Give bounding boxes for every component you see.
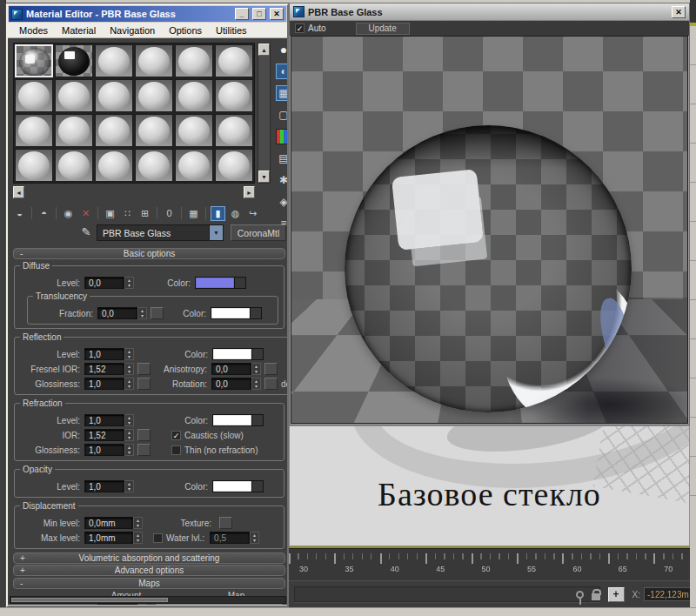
menu-modes[interactable]: Modes <box>13 24 54 37</box>
scroll-left-icon[interactable]: ◄ <box>13 186 24 198</box>
sample-slot[interactable] <box>95 44 133 77</box>
spinner[interactable]: ▴▾ <box>124 429 134 441</box>
spinner[interactable]: ▴▾ <box>124 444 134 456</box>
video-color-check-icon[interactable]: ▥ <box>276 129 288 144</box>
select-by-material-icon[interactable]: ◈ <box>276 194 288 210</box>
background-icon[interactable]: ▦ <box>276 85 288 101</box>
reflection-color-swatch[interactable] <box>212 348 252 360</box>
dropdown-arrow-icon[interactable]: ▼ <box>209 225 223 240</box>
maximize-button[interactable]: □ <box>252 8 266 20</box>
sample-slot[interactable] <box>55 79 93 112</box>
sample-slot[interactable] <box>55 44 93 77</box>
spinner[interactable]: ▴▾ <box>124 414 134 426</box>
refraction-color-swatch[interactable] <box>212 414 252 426</box>
sample-slot[interactable] <box>95 79 133 112</box>
spinner[interactable]: ▴▾ <box>124 363 134 375</box>
translucency-fraction-field[interactable]: 0,0 <box>97 307 137 319</box>
absolute-mode-toggle-icon[interactable]: + <box>608 587 625 602</box>
opacity-color-swatch[interactable] <box>212 480 252 492</box>
sample-slot[interactable] <box>135 44 173 77</box>
max-level-field[interactable]: 1,0mm <box>84 532 133 544</box>
min-level-field[interactable]: 0,0mm <box>84 517 133 529</box>
rollout-maps[interactable]: - Maps <box>13 578 285 589</box>
material-id-channel-icon[interactable]: 0 <box>162 206 177 221</box>
sample-slot[interactable] <box>215 44 253 77</box>
rollout-toggle-icon[interactable]: + <box>20 553 25 563</box>
scroll-down-icon[interactable]: ▼ <box>258 171 270 183</box>
rollout-toggle-icon[interactable]: - <box>20 249 23 258</box>
diffuse-color-swatch[interactable] <box>195 277 235 289</box>
menu-navigation[interactable]: Navigation <box>104 24 161 37</box>
render-window-titlebar[interactable]: PBR Base Glass ✕ <box>290 3 689 21</box>
refraction-level-field[interactable]: 1,0 <box>84 414 124 426</box>
pick-material-eyedropper-icon[interactable]: ✎ <box>77 225 95 241</box>
sample-slot[interactable] <box>15 44 53 77</box>
sample-slot[interactable] <box>55 114 93 147</box>
sample-slot[interactable] <box>135 149 173 182</box>
scroll-right-icon[interactable]: ► <box>244 186 255 198</box>
reflection-glossiness-field[interactable]: 1,0 <box>84 378 124 390</box>
close-button[interactable]: ✕ <box>270 8 284 20</box>
make-material-copy-icon[interactable]: ▣ <box>103 206 117 221</box>
render-close-button[interactable]: ✕ <box>672 6 686 18</box>
menu-material[interactable]: Material <box>56 24 102 37</box>
menu-options[interactable]: Options <box>163 24 208 37</box>
diffuse-level-field[interactable]: 0,0 <box>84 277 124 289</box>
sample-slot[interactable] <box>175 114 213 147</box>
anisotropy-map-button[interactable] <box>264 363 278 375</box>
spinner[interactable]: ▴▾ <box>124 277 134 289</box>
sample-type-icon[interactable]: ● <box>276 42 288 57</box>
menu-utilities[interactable]: Utilities <box>210 24 252 37</box>
sample-slot[interactable] <box>15 149 53 182</box>
ior-map-button[interactable] <box>137 429 151 441</box>
sample-slot[interactable] <box>215 149 253 182</box>
show-end-result-icon[interactable]: ▮ <box>211 206 225 221</box>
glossiness-map-button[interactable] <box>137 378 151 390</box>
sample-slot[interactable] <box>175 149 213 182</box>
water-lvl-checkbox[interactable] <box>153 533 163 543</box>
editor-horizontal-scrollbar[interactable] <box>10 596 286 604</box>
sample-slot[interactable] <box>135 114 173 147</box>
set-key-icon[interactable] <box>576 591 584 599</box>
x-coordinate-field[interactable]: -122,123m <box>644 587 693 601</box>
rollout-volumetric[interactable]: + Volumetric absorption and scattering <box>13 552 285 564</box>
update-button[interactable]: Update <box>356 23 410 35</box>
rollout-toggle-icon[interactable]: + <box>20 566 25 575</box>
rotation-field[interactable]: 0,0 <box>211 378 251 390</box>
spinner[interactable]: ▴▾ <box>133 532 143 544</box>
sample-slot[interactable] <box>15 114 53 147</box>
diffuse-map-button[interactable]: None <box>156 604 283 605</box>
go-forward-to-sibling-icon[interactable]: ↪ <box>245 206 260 221</box>
translucency-map-button[interactable] <box>151 307 164 319</box>
rollout-toggle-icon[interactable]: - <box>20 579 23 588</box>
sample-slot[interactable] <box>215 114 253 147</box>
refraction-glossiness-map-button[interactable] <box>137 444 151 456</box>
spinner[interactable]: ▴▾ <box>137 307 147 319</box>
slots-vertical-scrollbar[interactable]: ▲ ▼ <box>258 43 271 184</box>
caustics-checkbox[interactable]: ✓ <box>171 431 181 440</box>
spinner[interactable]: ▴▾ <box>133 517 143 529</box>
fresnel-ior-field[interactable]: 1,52 <box>84 363 124 375</box>
spinner[interactable]: ▴▾ <box>124 480 134 492</box>
sample-slot[interactable] <box>135 79 173 112</box>
spinner[interactable]: ▴▾ <box>124 348 134 360</box>
refraction-glossiness-field[interactable]: 1,0 <box>84 444 124 456</box>
material-name-dropdown[interactable]: PBR Base Glass ▼ <box>97 224 224 241</box>
minimize-button[interactable]: _ <box>235 8 249 20</box>
assign-material-to-selection-icon[interactable]: ◉ <box>61 206 76 221</box>
material-class-button[interactable]: CoronaMtl <box>231 224 286 241</box>
sample-slot[interactable] <box>15 79 53 112</box>
anisotropy-field[interactable]: 0,0 <box>211 363 251 375</box>
fresnel-ior-map-button[interactable] <box>137 363 151 375</box>
reset-map-mtl-icon[interactable]: ✕ <box>78 206 93 221</box>
sample-slot[interactable] <box>95 149 133 182</box>
scrollbar-thumb[interactable] <box>11 598 168 602</box>
put-to-library-icon[interactable]: ⊞ <box>137 206 152 221</box>
put-material-to-scene-icon[interactable]: ◓ <box>37 206 51 221</box>
backlight-icon[interactable]: ◐ <box>276 64 288 79</box>
ior-field[interactable]: 1,52 <box>84 429 124 441</box>
get-material-icon[interactable]: ◒ <box>12 206 27 221</box>
rollout-advanced-options[interactable]: + Advanced options <box>13 565 285 576</box>
selection-lock-icon[interactable] <box>592 593 600 600</box>
material-editor-titlebar[interactable]: Material Editor - PBR Base Glass _ □ ✕ <box>9 6 286 22</box>
